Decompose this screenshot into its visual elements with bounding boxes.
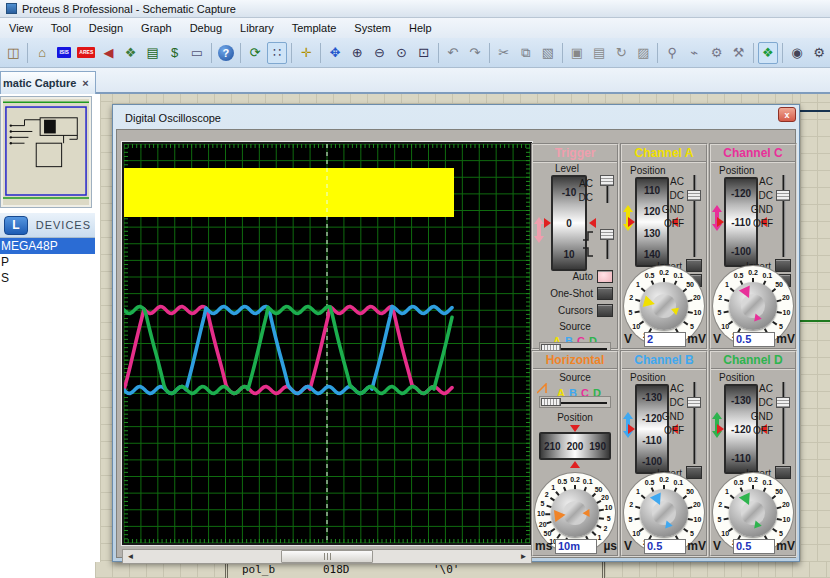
- channel-a-coupling-slider[interactable]: [686, 173, 704, 259]
- menu-debug[interactable]: Debug: [181, 20, 231, 36]
- menu-graph[interactable]: Graph: [132, 20, 181, 36]
- coupling-dc: DC: [759, 190, 773, 201]
- menu-template[interactable]: Template: [283, 20, 346, 36]
- digital-oscilloscope-window: Digital Oscilloscope x ◄ ► TriggerLevel-…: [112, 104, 800, 562]
- zoom-in-icon[interactable]: ⊕: [347, 42, 367, 64]
- schematic-sheet-edge-top[interactable]: [112, 94, 830, 104]
- wire-edit-icon[interactable]: ⌁: [684, 42, 704, 64]
- zoom-area-icon[interactable]: ⊡: [414, 42, 434, 64]
- trigger-coupling-switch[interactable]: [599, 173, 617, 205]
- origin-icon[interactable]: ✛: [296, 42, 316, 64]
- pan-icon[interactable]: ✥: [325, 42, 345, 64]
- knob-scale-value: 0.2: [659, 269, 669, 276]
- search-icon[interactable]: ◉: [787, 42, 807, 64]
- scrollbar-thumb[interactable]: [281, 550, 373, 563]
- scope-close-button[interactable]: x: [778, 107, 796, 122]
- knob-scale-value: 50: [775, 488, 783, 495]
- block-rotate-icon[interactable]: ↻: [611, 42, 631, 64]
- knob-scale-value: 0.5: [734, 272, 744, 279]
- horizontal-timebase-knob[interactable]: 2001005020105210.50.20.15020105210.5msµs…: [533, 473, 617, 557]
- channel-d-coupling-slider[interactable]: [775, 380, 793, 466]
- copy-icon[interactable]: ⧉: [516, 42, 536, 64]
- scrollbar-left-arrow[interactable]: ◄: [123, 550, 138, 563]
- knob-scale-value: 0.2: [659, 476, 669, 483]
- wheel-value: -110: [726, 217, 756, 228]
- scope-scrollbar[interactable]: ◄ ►: [122, 549, 532, 564]
- ares-icon[interactable]: ARES: [76, 42, 96, 64]
- block-copy-icon[interactable]: ▣: [567, 42, 587, 64]
- trigger-panel: TriggerLevel-10010ACDCAutoOne-ShotCursor…: [531, 143, 619, 350]
- cut-icon[interactable]: ✂: [494, 42, 514, 64]
- trigger-auto-button[interactable]: [597, 270, 613, 283]
- coupling-dc: DC: [670, 190, 684, 201]
- exit-door-icon[interactable]: ◫: [3, 42, 23, 64]
- knob-unit-right: mV: [687, 539, 706, 553]
- report-icon[interactable]: ▤: [143, 42, 163, 64]
- schematic-sheet-edge-left[interactable]: [95, 94, 112, 578]
- undo-icon[interactable]: ↶: [443, 42, 463, 64]
- slider-thumb[interactable]: [600, 229, 614, 240]
- tab-schematic-capture[interactable]: matic Capture ×: [0, 71, 96, 94]
- device-item-s[interactable]: S: [0, 270, 95, 286]
- slider-thumb[interactable]: [776, 397, 790, 408]
- trigger-level-wheel[interactable]: -10010: [551, 175, 587, 271]
- trigger-edge-switch[interactable]: [599, 227, 617, 261]
- home-icon[interactable]: ⌂: [32, 42, 52, 64]
- channel-a-gain-knob[interactable]: 20105210.50.20.150201052VmV2: [622, 266, 706, 350]
- device-item-mega48p[interactable]: MEGA48P: [0, 238, 95, 254]
- slider-thumb[interactable]: [776, 190, 790, 201]
- help-icon[interactable]: ?: [216, 42, 236, 64]
- schematic-sheet-edge-right[interactable]: [800, 94, 830, 562]
- schematic-overview[interactable]: [0, 96, 92, 208]
- slider-thumb[interactable]: [600, 175, 614, 186]
- slider-thumb[interactable]: [687, 190, 701, 201]
- isis-icon[interactable]: ISIS: [54, 42, 74, 64]
- menu-library[interactable]: Library: [231, 20, 283, 36]
- design-explorer-icon[interactable]: ❖: [758, 42, 778, 64]
- trigger-level-label: Level: [555, 163, 579, 174]
- channel-b-coupling-slider[interactable]: [686, 380, 704, 466]
- slider-thumb[interactable]: [541, 398, 561, 406]
- horizontal-position-wheel[interactable]: 210200190: [539, 432, 611, 460]
- property-tool-icon[interactable]: ⚙: [809, 42, 829, 64]
- zoom-full-icon[interactable]: ⊙: [391, 42, 411, 64]
- scope-titlebar[interactable]: Digital Oscilloscope: [116, 108, 796, 128]
- trigger-oneshot-button[interactable]: [597, 287, 613, 300]
- zoom-out-icon[interactable]: ⊖: [369, 42, 389, 64]
- scrollbar-track[interactable]: [138, 550, 516, 563]
- scope-controls: TriggerLevel-10010ACDCAutoOne-ShotCursor…: [531, 143, 797, 557]
- channel-d-gain-knob[interactable]: 20105210.50.20.150201052VmV0.5: [711, 473, 795, 557]
- slider-thumb[interactable]: [687, 397, 701, 408]
- menu-view[interactable]: View: [0, 20, 42, 36]
- network-icon[interactable]: ❖: [120, 42, 140, 64]
- terminal-icon[interactable]: ◀: [98, 42, 118, 64]
- rising-edge-icon: [583, 231, 594, 243]
- menu-help[interactable]: Help: [400, 20, 441, 36]
- scope-display[interactable]: [122, 142, 532, 545]
- menu-system[interactable]: System: [345, 20, 400, 36]
- trigger-cursors-button[interactable]: [597, 304, 613, 317]
- refresh-icon[interactable]: ⟳: [245, 42, 265, 64]
- hammer-icon[interactable]: ⚒: [729, 42, 749, 64]
- watch-cell: '\0': [433, 563, 460, 576]
- zoom-select-icon[interactable]: ⚲: [662, 42, 682, 64]
- tab-close-icon[interactable]: ×: [82, 77, 88, 89]
- channel-c-gain-knob[interactable]: 20105210.50.20.150201052VmV0.5: [711, 266, 795, 350]
- measure-icon[interactable]: ▭: [187, 42, 207, 64]
- redo-icon[interactable]: ↷: [465, 42, 485, 64]
- block-move-icon[interactable]: ▤: [589, 42, 609, 64]
- block-delete-icon[interactable]: ▨: [633, 42, 653, 64]
- channel-b-gain-knob[interactable]: 20105210.50.20.150201052VmV0.5: [622, 473, 706, 557]
- menu-design[interactable]: Design: [80, 20, 132, 36]
- scrollbar-right-arrow[interactable]: ►: [516, 550, 531, 563]
- configure-icon[interactable]: ⚙: [707, 42, 727, 64]
- device-item-p[interactable]: P: [0, 254, 95, 270]
- pick-library-button[interactable]: L: [4, 216, 28, 235]
- paste-icon[interactable]: ▧: [538, 42, 558, 64]
- coupling-ac: AC: [670, 176, 684, 187]
- horizontal-source-slider[interactable]: [539, 396, 611, 408]
- bom-icon[interactable]: $: [165, 42, 185, 64]
- grid-toggle-icon[interactable]: ∷: [267, 42, 287, 64]
- channel-c-coupling-slider[interactable]: [775, 173, 793, 259]
- menu-tool[interactable]: Tool: [42, 20, 80, 36]
